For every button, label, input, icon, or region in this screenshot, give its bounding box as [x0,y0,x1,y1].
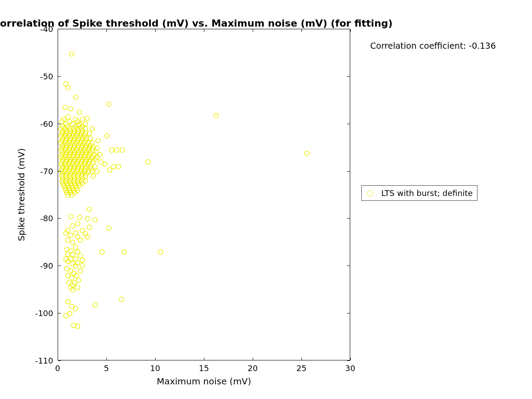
data-point [305,151,309,156]
y-tick-label: -110 [35,356,53,365]
data-point [73,95,78,99]
data-point [77,110,82,114]
data-point [78,269,82,273]
y-tick-mark [58,124,61,124]
data-point [70,240,75,245]
data-point [63,105,67,110]
x-tick-mark [204,358,204,360]
x-tick-mark [106,358,107,360]
y-tick-mark [58,313,61,313]
x-tick-mark [106,29,107,32]
data-point [87,207,91,211]
x-tick-label: 20 [248,364,258,373]
x-tick-label: 30 [345,364,356,373]
data-point [78,254,82,258]
data-point [119,297,124,301]
y-tick-mark [58,360,61,361]
data-point [70,122,75,126]
data-point [111,164,116,169]
plot-area [58,29,350,360]
data-point [73,306,78,311]
data-point [63,313,68,318]
y-tick-mark [58,171,61,172]
data-point [70,223,75,228]
data-point [93,303,97,307]
chart-stage: orrelation of Spike threshold (mV) vs. M… [0,0,532,399]
chart-title: orrelation of Spike threshold (mV) vs. M… [0,18,393,29]
data-point [75,285,80,289]
x-tick-mark [58,29,58,32]
data-point [95,169,99,173]
y-tick-label: -60 [40,119,53,128]
data-point [214,113,218,117]
data-point [70,276,74,280]
x-axis-label: Maximum noise (mV) [156,376,251,387]
x-tick-mark [253,358,253,360]
data-point [68,269,73,273]
data-point [122,250,126,254]
data-point [78,238,82,242]
data-point [120,148,125,152]
data-point [107,168,112,172]
data-point [68,214,73,219]
y-tick-mark [347,360,350,361]
scatter-svg [58,29,350,360]
data-point [102,162,107,166]
y-axis-label: Spike threshold (mV) [16,148,27,241]
data-point [87,225,91,229]
data-point [66,85,70,90]
x-tick-mark [301,29,302,32]
data-point [85,216,90,221]
data-point [74,273,79,278]
data-point [93,217,97,222]
x-tick-mark [253,29,253,32]
data-point [158,250,163,254]
data-point [71,271,76,275]
x-tick-mark [155,29,156,32]
y-tick-mark [347,313,350,313]
x-tick-label: 25 [297,364,307,373]
y-tick-mark [58,76,61,77]
data-point [66,299,70,304]
x-tick-mark [155,358,156,360]
y-tick-label: -50 [40,71,53,81]
y-tick-mark [58,218,61,219]
data-point [80,263,85,267]
data-point [70,262,75,266]
x-tick-mark [204,29,204,32]
data-point [116,164,121,169]
x-tick-label: 15 [199,364,209,373]
x-tick-label: 10 [150,364,160,373]
legend-item-label: LTS with burst; definite [381,188,473,198]
data-point [100,250,104,254]
x-tick-mark [301,358,302,360]
x-tick-mark [350,29,351,32]
x-tick-mark [350,358,351,360]
y-tick-mark [347,124,350,124]
x-tick-label: 0 [55,364,60,373]
data-point [83,122,87,126]
data-point [106,102,111,106]
data-point [110,148,114,152]
data-point [68,106,73,111]
data-point [73,245,78,249]
legend: LTS with burst; definite [361,185,477,201]
data-point [106,226,111,231]
data-point [91,174,95,178]
y-tick-mark [347,76,350,77]
y-tick-label: -40 [40,24,53,34]
legend-marker-icon [367,190,373,196]
data-point [85,116,90,121]
y-tick-label: -80 [40,214,53,223]
data-point [96,138,100,143]
data-point [114,148,119,152]
y-tick-mark [347,218,350,219]
data-point [68,257,73,261]
data-point [80,258,85,262]
data-point [80,117,85,121]
data-point [105,133,109,138]
y-tick-mark [347,266,350,266]
data-point [66,238,70,242]
data-point [98,153,102,157]
data-point [68,233,73,238]
